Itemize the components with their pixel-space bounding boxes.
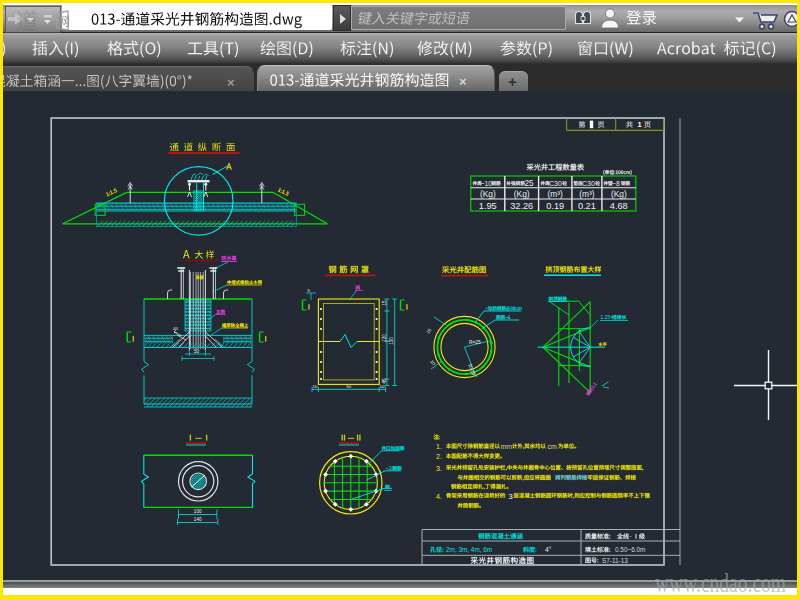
svg-text:~10: ~10 <box>481 180 493 187</box>
svg-text:(m³): (m³) <box>548 189 564 199</box>
svg-text:3: 3 <box>509 492 513 501</box>
svg-text:(m³): (m³) <box>579 189 595 199</box>
svg-text:0.21: 0.21 <box>578 201 596 211</box>
svg-text:120: 120 <box>382 334 387 342</box>
svg-text:15: 15 <box>382 300 387 306</box>
svg-text:3.: 3. <box>436 465 442 472</box>
svg-text:15: 15 <box>425 327 432 334</box>
svg-text:40: 40 <box>173 326 178 331</box>
svg-text:50: 50 <box>194 349 200 354</box>
svg-text:100: 100 <box>194 509 202 514</box>
svg-text:4.68: 4.68 <box>610 201 628 211</box>
svg-text:+: + <box>508 73 517 90</box>
svg-text:(Kg): (Kg) <box>611 189 627 199</box>
svg-text:0.19: 0.19 <box>546 201 564 211</box>
svg-text:32.26: 32.26 <box>510 201 533 211</box>
svg-text:-: - <box>630 533 632 539</box>
svg-text:S7-11-13: S7-11-13 <box>602 557 628 564</box>
svg-text:1.95: 1.95 <box>479 201 497 211</box>
svg-text:1.: 1. <box>436 443 442 450</box>
svg-text:4.: 4. <box>436 493 442 500</box>
svg-text:2.: 2. <box>436 453 442 460</box>
svg-text:cm: cm <box>548 443 558 450</box>
svg-text:R=25: R=25 <box>469 340 481 345</box>
svg-text:10: 10 <box>380 384 385 389</box>
svg-text:10: 10 <box>313 384 318 389</box>
svg-text:1.25×: 1.25× <box>601 314 614 320</box>
svg-text:2m, 3m, 4m, 6m: 2m, 3m, 4m, 6m <box>446 546 492 553</box>
svg-text:5: 5 <box>308 288 311 293</box>
svg-text:(Kg): (Kg) <box>480 189 496 199</box>
svg-text:4°: 4° <box>545 546 552 553</box>
svg-text:mm: mm <box>501 443 513 450</box>
svg-text:(Kg): (Kg) <box>514 189 530 199</box>
svg-text:140: 140 <box>194 517 202 522</box>
svg-text:~8: ~8 <box>612 180 620 187</box>
svg-text:130: 130 <box>389 337 394 345</box>
svg-text:25: 25 <box>525 179 535 188</box>
svg-text:www.cndao.com: www.cndao.com <box>655 567 786 598</box>
svg-text:×: × <box>227 75 235 90</box>
svg-text:C30: C30 <box>549 180 562 187</box>
svg-text:×: × <box>459 74 467 89</box>
svg-text:0.50~6.0m: 0.50~6.0m <box>615 546 645 553</box>
svg-text:1: 1 <box>638 120 642 129</box>
svg-text:50: 50 <box>346 384 351 389</box>
svg-text:C30: C30 <box>582 180 595 187</box>
